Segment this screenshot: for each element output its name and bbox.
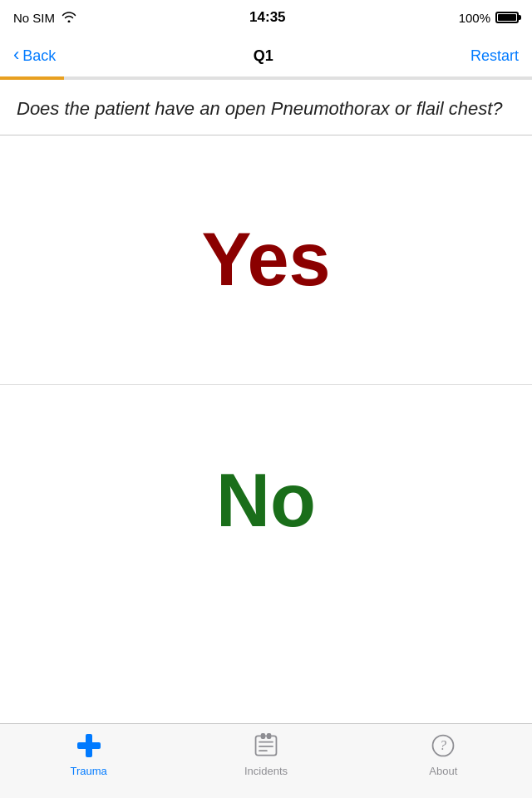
status-time: 14:35 [249, 9, 285, 26]
battery-icon [495, 12, 519, 23]
carrier-label: No SIM [13, 11, 55, 25]
wifi-icon [62, 11, 76, 25]
incidents-icon [251, 731, 281, 761]
svg-text:?: ? [440, 738, 446, 752]
navigation-bar: ‹ Back Q1 Restart [0, 35, 532, 76]
question-area: Does the patient have an open Pneumothor… [0, 80, 532, 135]
progress-fill [0, 76, 64, 80]
battery-percent-label: 100% [459, 11, 490, 25]
status-carrier-wifi: No SIM [13, 11, 76, 25]
tab-incidents[interactable]: Incidents [177, 731, 354, 777]
status-bar: No SIM 14:35 100% [0, 0, 532, 35]
svg-rect-7 [267, 733, 271, 739]
yes-button[interactable]: Yes [0, 135, 532, 385]
nav-title: Q1 [254, 47, 273, 65]
tab-bar: Trauma Incidents ? About [0, 723, 532, 798]
tab-about[interactable]: ? About [355, 731, 532, 777]
about-icon: ? [428, 731, 458, 761]
trauma-tab-label: Trauma [71, 765, 107, 777]
status-battery: 100% [459, 11, 519, 25]
svg-rect-1 [77, 742, 101, 749]
restart-button[interactable]: Restart [470, 47, 519, 65]
no-label: No [216, 458, 316, 544]
answers-area: Yes No [0, 135, 532, 723]
question-text: Does the patient have an open Pneumothor… [17, 96, 515, 121]
svg-rect-6 [261, 733, 265, 739]
tab-trauma[interactable]: Trauma [0, 731, 177, 777]
no-button[interactable]: No [0, 385, 532, 618]
main-content: Does the patient have an open Pneumothor… [0, 80, 532, 723]
progress-bar [0, 76, 532, 80]
back-button[interactable]: ‹ Back [13, 47, 56, 65]
chevron-left-icon: ‹ [13, 46, 19, 64]
back-label: Back [22, 47, 56, 65]
incidents-tab-label: Incidents [244, 765, 288, 777]
trauma-icon [74, 731, 104, 761]
about-tab-label: About [429, 765, 457, 777]
yes-label: Yes [201, 217, 330, 303]
